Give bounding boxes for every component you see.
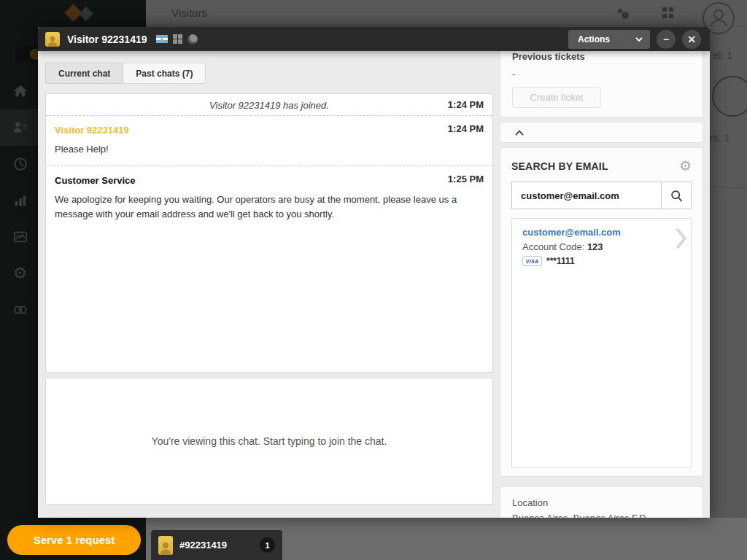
search-result-item[interactable]: customer@email.com Account Code: 123 VIS… [511, 218, 692, 468]
search-by-email-card: SEARCH BY EMAIL ⚙ customer@email.com Acc… [500, 148, 703, 476]
location-title: Location [512, 497, 691, 508]
message-time: 1:24 PM [448, 94, 484, 115]
argentina-flag-icon [156, 35, 168, 43]
chat-tab-92231419[interactable]: #92231419 1 [151, 530, 282, 560]
visitor-avatar-icon [45, 32, 60, 47]
collapse-panel-bar[interactable] [500, 122, 703, 142]
search-button[interactable] [661, 182, 691, 209]
message-body: We apologize for keeping you waiting. Ou… [55, 192, 463, 222]
chat-message-visitor: Visitor 92231419 1:24 PM Please Help! [46, 116, 492, 166]
modal-header: Visitor 92231419 Actions − ✕ [38, 27, 710, 51]
actions-label: Actions [578, 34, 610, 44]
reply-area[interactable]: You're viewing this chat. Start typing t… [45, 378, 493, 505]
previous-tickets-card: Previous tickets - Create ticket [500, 41, 703, 117]
system-message-row: Visitor 92231419 has joined. 1:24 PM [46, 94, 492, 116]
tab-current-chat[interactable]: Current chat [45, 63, 123, 84]
unread-badge: 1 [260, 537, 275, 553]
tab-past-chats[interactable]: Past chats (7) [123, 63, 206, 84]
create-ticket-button[interactable]: Create ticket [512, 87, 601, 108]
message-author: Visitor 92231419 [55, 125, 129, 136]
chat-tab-label: #92231419 [179, 540, 227, 551]
minimize-button[interactable]: − [657, 30, 676, 49]
chevron-up-icon [514, 129, 525, 136]
previous-tickets-empty: - [512, 69, 691, 79]
chevron-right-icon [676, 228, 688, 249]
browser-icon [187, 34, 198, 44]
search-by-email-title: SEARCH BY EMAIL [511, 160, 608, 172]
modal-title: Visitor 92231419 [67, 34, 147, 45]
visitor-avatar-icon [158, 536, 173, 555]
visa-card-icon: VISA [522, 256, 542, 266]
email-search-box [511, 182, 692, 209]
message-body: Please Help! [55, 142, 463, 157]
chat-transcript-panel: Visitor 92231419 has joined. 1:24 PM Vis… [45, 93, 493, 373]
chat-message-agent: Customer Service 1:25 PM We apologize fo… [46, 166, 492, 230]
serve-request-button[interactable]: Serve 1 request [7, 525, 141, 555]
viewer-notice: You're viewing this chat. Start typing t… [152, 435, 387, 447]
chevron-down-icon [635, 37, 643, 42]
windows-os-icon [173, 34, 182, 44]
system-message-text: Visitor 92231419 has joined. [209, 100, 329, 111]
location-card: Location Buenos Aires, Buenos Aires F.D.… [500, 487, 703, 518]
email-search-input[interactable] [512, 182, 661, 209]
location-value: Buenos Aires, Buenos Aires F.D., Argenti… [512, 513, 691, 518]
app: ⚙ el: 1 rs: 1 Visitors [0, 0, 747, 560]
result-email-link[interactable]: customer@email.com [522, 227, 681, 238]
previous-tickets-title: Previous tickets [512, 51, 691, 62]
chat-tabs-bar: #92231419 1 [146, 518, 747, 560]
message-time: 1:25 PM [448, 174, 484, 184]
search-icon [670, 190, 683, 202]
message-time: 1:24 PM [448, 123, 484, 134]
visitor-chat-modal: Visitor 92231419 Actions − ✕ Current cha… [38, 27, 710, 518]
result-card-row: VISA ***1111 [522, 256, 681, 266]
gear-icon[interactable]: ⚙ [679, 159, 692, 173]
chat-tabs: Current chat Past chats (7) [45, 63, 206, 84]
actions-dropdown[interactable]: Actions [568, 30, 650, 49]
result-account-code: Account Code: 123 [522, 241, 681, 252]
result-card-number: ***1111 [546, 256, 575, 266]
message-author: Customer Service [55, 175, 136, 186]
close-button[interactable]: ✕ [682, 30, 701, 49]
